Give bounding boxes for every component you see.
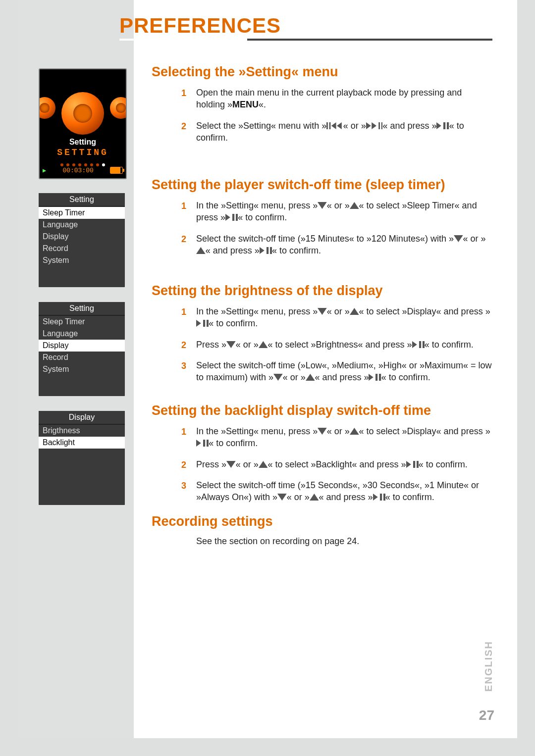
device-label-small: Setting — [40, 138, 126, 147]
section-heading: Setting the brightness of the display — [152, 283, 492, 299]
down-triangle-icon — [318, 308, 327, 315]
play-icon: ▶ — [43, 167, 46, 174]
down-triangle-icon — [273, 374, 283, 381]
mini-menu-item: Sleep Timer — [39, 316, 125, 328]
section-heading: Setting the player switch-off time (slee… — [152, 177, 492, 193]
down-triangle-icon — [226, 341, 236, 348]
mini-menu-setting-sleep: Setting Sleep Timer Language Display Rec… — [39, 193, 125, 287]
mini-menu-display-backlight: Display Brigthness Backlight — [39, 411, 125, 505]
play-pause-icon — [412, 341, 425, 348]
title-underline — [119, 39, 492, 41]
mini-menu-item: Language — [39, 328, 125, 340]
play-pause-icon — [369, 374, 381, 381]
up-triangle-icon — [259, 341, 268, 348]
down-triangle-icon — [277, 494, 287, 501]
instruction-step: 2 Select the »Setting« menu with »« or »… — [152, 120, 492, 144]
page-title: PREFERENCES — [119, 14, 492, 38]
play-pause-icon — [373, 494, 385, 501]
mini-menu-header: Setting — [39, 302, 125, 316]
mini-menu-item: Display — [39, 340, 125, 352]
prev-track-icon — [326, 122, 343, 129]
mini-menu-item: System — [39, 363, 125, 375]
page-number: 27 — [479, 707, 494, 723]
mini-menu-item: Language — [39, 219, 125, 231]
mini-menu-item: Record — [39, 243, 125, 254]
mini-menu-item: Backlight — [39, 437, 125, 449]
mini-menu-item: Display — [39, 231, 125, 243]
section-heading: Selecting the »Setting« menu — [152, 64, 492, 80]
section-text: See the section on recording on page 24. — [152, 536, 492, 547]
mini-menu-setting-display: Setting Sleep Timer Language Display Rec… — [39, 302, 125, 396]
play-pause-icon — [196, 440, 209, 447]
up-triangle-icon — [310, 494, 319, 501]
down-triangle-icon — [318, 428, 327, 435]
device-time: 00:03:00 — [62, 167, 93, 174]
play-pause-icon — [436, 122, 449, 129]
section-backlight: Setting the backlight display switch-off… — [152, 403, 492, 512]
mini-menu-header: Setting — [39, 193, 125, 207]
instruction-step: 3 Select the switch-off time (»15 Second… — [152, 479, 492, 504]
mini-menu-item: System — [39, 254, 125, 266]
play-pause-icon — [406, 461, 419, 468]
gear-icon — [39, 97, 55, 119]
up-triangle-icon — [259, 461, 268, 468]
up-triangle-icon — [350, 202, 359, 209]
up-triangle-icon — [350, 308, 359, 315]
instruction-step: 2 Press »« or »« to select »Brightness« … — [152, 339, 492, 351]
language-tab: ENGLISH — [483, 641, 494, 692]
section-brightness: Setting the brightness of the display 1 … — [152, 283, 492, 392]
section-select-setting-menu: Selecting the »Setting« menu 1 Open the … — [152, 64, 492, 152]
up-triangle-icon — [306, 374, 315, 381]
instruction-step: 1 In the »Setting« menu, press »« or »« … — [152, 200, 492, 224]
play-pause-icon — [260, 247, 272, 254]
down-triangle-icon — [318, 202, 327, 209]
instruction-step: 1 Open the main menu in the current play… — [152, 87, 492, 111]
up-triangle-icon — [196, 247, 206, 254]
instruction-step: 2 Select the switch-off time (»15 Minute… — [152, 233, 492, 257]
instruction-step: 2 Press »« or »« to select »Backlight« a… — [152, 458, 492, 470]
section-heading: Recording settings — [152, 514, 492, 529]
section-recording-settings: Recording settings See the section on re… — [152, 514, 492, 547]
device-label-big: SETTING — [40, 148, 126, 157]
mini-menu-item: Record — [39, 352, 125, 363]
down-triangle-icon — [454, 235, 463, 242]
gear-icon — [110, 97, 127, 119]
mini-menu-item: Brigthness — [39, 425, 125, 437]
battery-icon — [110, 167, 123, 174]
instruction-step: 3 Select the switch-off time (»Low«, »Me… — [152, 359, 492, 384]
next-track-icon — [366, 122, 383, 129]
down-triangle-icon — [226, 461, 236, 468]
section-heading: Setting the backlight display switch-off… — [152, 403, 492, 418]
up-triangle-icon — [350, 428, 359, 435]
play-pause-icon — [196, 320, 209, 327]
mini-menu-item: Sleep Timer — [39, 207, 125, 219]
play-pause-icon — [225, 214, 238, 221]
instruction-step: 1 In the »Setting« menu, press »« or »« … — [152, 305, 492, 330]
section-sleep-timer: Setting the player switch-off time (slee… — [152, 177, 492, 265]
gear-icon — [61, 92, 104, 135]
instruction-step: 1 In the »Setting« menu, press »« or »« … — [152, 425, 492, 450]
device-screenshot-setting: Setting SETTING ▶ 00:03:00 — [39, 68, 127, 179]
mini-menu-header: Display — [39, 411, 125, 425]
